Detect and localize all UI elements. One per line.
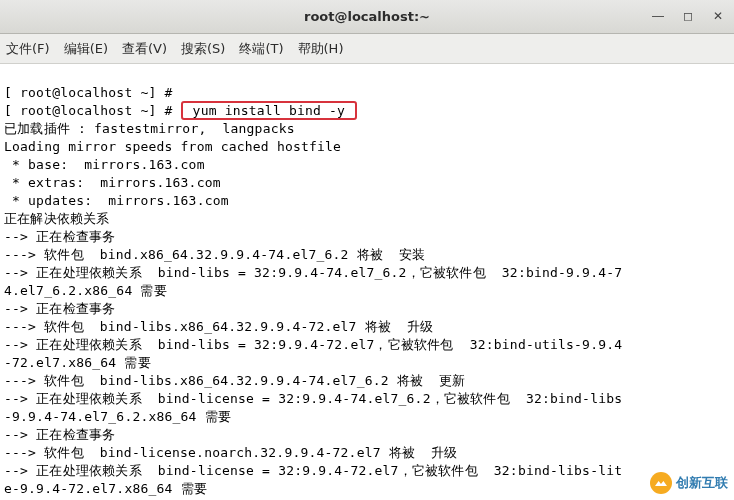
menubar: 文件(F) 编辑(E) 查看(V) 搜索(S) 终端(T) 帮助(H) — [0, 34, 734, 64]
command-highlight: yum install bind -y — [181, 101, 358, 120]
close-button[interactable]: ✕ — [708, 6, 728, 26]
menu-file[interactable]: 文件(F) — [6, 40, 50, 58]
menu-search[interactable]: 搜索(S) — [181, 40, 225, 58]
watermark-logo-icon — [650, 472, 672, 494]
term-line: ---> 软件包 bind-license.noarch.32.9.9.4-72… — [4, 445, 458, 460]
term-line: * extras: mirrors.163.com — [4, 175, 221, 190]
term-line: 已加载插件 : fastestmirror, langpacks — [4, 121, 295, 136]
terminal-area[interactable]: [ root@localhost ~] # [ root@localhost ~… — [0, 64, 734, 500]
term-line: ---> 软件包 bind-libs.x86_64.32.9.9.4-72.el… — [4, 319, 434, 334]
watermark-text: 创新互联 — [676, 474, 728, 492]
term-line: --> 正在检查事务 — [4, 229, 115, 244]
prompt-line: [ root@localhost ~] # — [4, 103, 181, 118]
minimize-button[interactable]: — — [648, 6, 668, 26]
window-title: root@localhost:~ — [304, 9, 430, 24]
titlebar: root@localhost:~ — ◻ ✕ — [0, 0, 734, 34]
term-line: --> 正在处理依赖关系 bind-license = 32:9.9.4-74.… — [4, 391, 622, 406]
menu-edit[interactable]: 编辑(E) — [64, 40, 108, 58]
window-buttons: — ◻ ✕ — [648, 6, 728, 26]
term-line: --> 正在处理依赖关系 bind-license = 32:9.9.4-72.… — [4, 463, 622, 478]
term-line: e-9.9.4-72.el7.x86_64 需要 — [4, 481, 207, 496]
term-line: 4.el7_6.2.x86_64 需要 — [4, 283, 167, 298]
term-line: --> 正在检查事务 — [4, 427, 115, 442]
term-line: * base: mirrors.163.com — [4, 157, 205, 172]
menu-help[interactable]: 帮助(H) — [298, 40, 344, 58]
term-line: --> 正在检查事务 — [4, 301, 115, 316]
watermark: 创新互联 — [650, 472, 728, 494]
prompt-line: [ root@localhost ~] # — [4, 85, 181, 100]
term-line: -9.9.4-74.el7_6.2.x86_64 需要 — [4, 409, 231, 424]
term-line: 正在解决依赖关系 — [4, 211, 110, 226]
maximize-button[interactable]: ◻ — [678, 6, 698, 26]
term-line: --> 正在处理依赖关系 bind-libs = 32:9.9.4-72.el7… — [4, 337, 622, 352]
menu-view[interactable]: 查看(V) — [122, 40, 167, 58]
term-line: --> 正在处理依赖关系 bind-libs = 32:9.9.4-74.el7… — [4, 265, 622, 280]
menu-terminal[interactable]: 终端(T) — [239, 40, 283, 58]
term-line: -72.el7.x86_64 需要 — [4, 355, 151, 370]
term-line: ---> 软件包 bind-libs.x86_64.32.9.9.4-74.el… — [4, 373, 466, 388]
term-line: * updates: mirrors.163.com — [4, 193, 229, 208]
term-line: Loading mirror speeds from cached hostfi… — [4, 139, 341, 154]
term-line: ---> 软件包 bind.x86_64.32.9.9.4-74.el7_6.2… — [4, 247, 426, 262]
